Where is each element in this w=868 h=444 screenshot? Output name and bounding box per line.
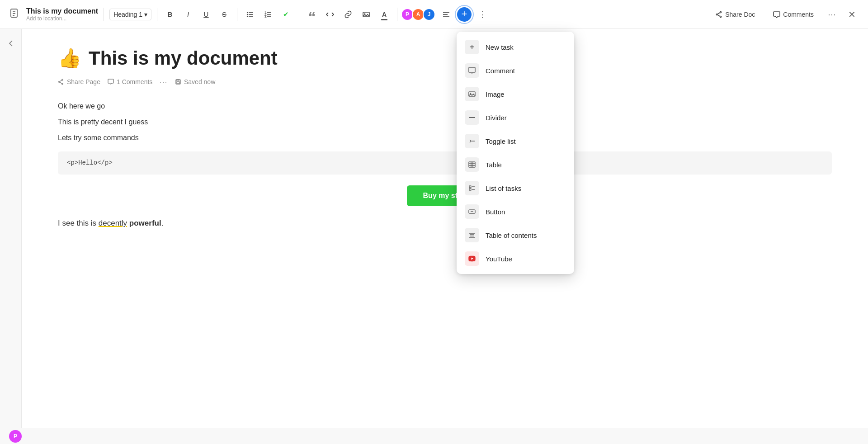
svg-point-26: [62, 79, 63, 80]
link-button[interactable]: [341, 7, 355, 22]
dropdown-item-button[interactable]: Button: [457, 200, 574, 223]
document-title: This is my document: [89, 47, 278, 69]
dropdown-item-divider[interactable]: Divider: [457, 106, 574, 129]
toolbar-more-button[interactable]: ⋯: [825, 7, 839, 22]
svg-rect-32: [177, 80, 179, 81]
checklist-button[interactable]: ✔: [279, 7, 293, 22]
dropdown-item-youtube[interactable]: YouTube: [457, 247, 574, 270]
underline-button[interactable]: U: [199, 7, 213, 22]
svg-point-22: [717, 14, 718, 15]
doc-body: Ok here we go This is pretty decent I gu…: [58, 100, 832, 230]
rich-text-suffix: .: [161, 219, 164, 227]
text-color-button[interactable]: A: [377, 7, 392, 22]
image-insert-button[interactable]: [359, 7, 373, 22]
comments-meta-button[interactable]: 1 Comments: [108, 78, 152, 85]
list-of-tasks-label: List of tasks: [486, 184, 521, 192]
toolbar-divider-3: [237, 8, 237, 21]
svg-rect-38: [469, 162, 475, 167]
dropdown-item-image[interactable]: Image: [457, 82, 574, 106]
share-page-button[interactable]: Share Page: [58, 78, 100, 85]
table-of-contents-label: Table of contents: [486, 231, 537, 239]
code-button[interactable]: [323, 7, 337, 22]
document-icon: [9, 8, 22, 21]
comments-button[interactable]: Comments: [768, 7, 819, 22]
numbered-list-button[interactable]: 1. 2. 3.: [261, 7, 275, 22]
avatar-3: J: [423, 8, 435, 21]
document-title-row: 👍 This is my document: [58, 47, 832, 69]
svg-line-29: [60, 80, 61, 81]
italic-button[interactable]: I: [181, 7, 195, 22]
dropdown-item-table-of-contents[interactable]: Table of contents: [457, 223, 574, 247]
svg-rect-43: [469, 186, 471, 188]
toolbar-divider: [104, 8, 104, 21]
strikethrough-button[interactable]: S: [217, 7, 231, 22]
dropdown-item-comment[interactable]: Comment: [457, 59, 574, 82]
share-icon: [715, 11, 722, 18]
doc-title: This is my document: [26, 7, 98, 15]
svg-point-28: [62, 83, 63, 85]
new-task-label: New task: [486, 43, 514, 51]
svg-line-30: [60, 82, 61, 84]
svg-point-21: [720, 11, 722, 13]
bullet-list-button[interactable]: [243, 7, 257, 22]
image-label: Image: [486, 90, 505, 98]
quote-button[interactable]: [305, 7, 319, 22]
title-emoji: 👍: [58, 47, 81, 69]
toolbar: This is my document Add to location... H…: [0, 0, 868, 29]
toggle-list-icon: [465, 134, 479, 148]
more-meta-button[interactable]: ···: [160, 78, 168, 85]
saved-status: Saved now: [175, 78, 215, 85]
dropdown-item-list-of-tasks[interactable]: List of tasks: [457, 176, 574, 200]
rich-text-line: I see this is decently powerful.: [58, 217, 832, 230]
sidebar: [0, 29, 22, 428]
saved-label: Saved now: [184, 78, 215, 85]
sidebar-back-icon[interactable]: [4, 36, 18, 51]
table-of-contents-icon: [465, 228, 479, 242]
bottom-bar: P: [0, 428, 868, 444]
avatar-group: P A J: [403, 8, 435, 21]
app-container: This is my document Add to location... H…: [0, 0, 868, 444]
youtube-icon: [465, 251, 479, 266]
dropdown-item-toggle-list[interactable]: Toggle list: [457, 129, 574, 153]
dropdown-item-new-task[interactable]: + New task: [457, 35, 574, 59]
rich-text-underline: decently: [99, 219, 127, 227]
plus-icon: +: [462, 9, 467, 19]
youtube-label: YouTube: [486, 255, 512, 263]
main-content: 👍 This is my document Share Page: [22, 29, 868, 428]
comments-label: Comments: [783, 11, 814, 18]
svg-rect-33: [177, 82, 179, 84]
heading-select[interactable]: Heading 1 ▾: [109, 9, 151, 20]
svg-rect-45: [469, 189, 471, 190]
meta-bar: Share Page 1 Comments ···: [58, 78, 832, 85]
body-line-1: Ok here we go: [58, 100, 832, 112]
toolbar-left: This is my document Add to location...: [9, 7, 98, 22]
body-area: 👍 This is my document Share Page: [0, 29, 868, 428]
toolbar-right: Share Doc Comments ⋯ ✕: [708, 7, 859, 22]
more-options-button[interactable]: ⋮: [475, 7, 490, 22]
comments-meta-icon: [108, 79, 114, 85]
svg-point-23: [720, 16, 722, 17]
divider-icon: [465, 110, 479, 125]
buy-button-container: Buy my stuff: [58, 185, 832, 206]
list-of-tasks-icon: [465, 181, 479, 195]
heading-chevron-icon: ▾: [144, 11, 147, 18]
share-doc-button[interactable]: Share Doc: [708, 7, 762, 22]
svg-point-4: [247, 12, 248, 13]
dropdown-item-table[interactable]: Table: [457, 153, 574, 176]
doc-subtitle: Add to location...: [26, 15, 98, 22]
toolbar-divider-2: [157, 8, 157, 21]
share-page-label: Share Page: [67, 78, 100, 85]
body-line-3: Lets try some commands: [58, 132, 832, 144]
divider-label: Divider: [486, 114, 507, 122]
table-label: Table: [486, 161, 502, 169]
close-button[interactable]: ✕: [844, 7, 859, 22]
image-icon: [465, 87, 479, 101]
add-block-button[interactable]: +: [457, 7, 472, 22]
bold-button[interactable]: B: [163, 7, 177, 22]
comments-count: 1 Comments: [117, 78, 152, 85]
button-label: Button: [486, 208, 505, 216]
svg-rect-0: [11, 9, 17, 17]
svg-line-24: [718, 13, 720, 14]
align-button[interactable]: [439, 7, 453, 22]
share-doc-label: Share Doc: [725, 11, 755, 18]
